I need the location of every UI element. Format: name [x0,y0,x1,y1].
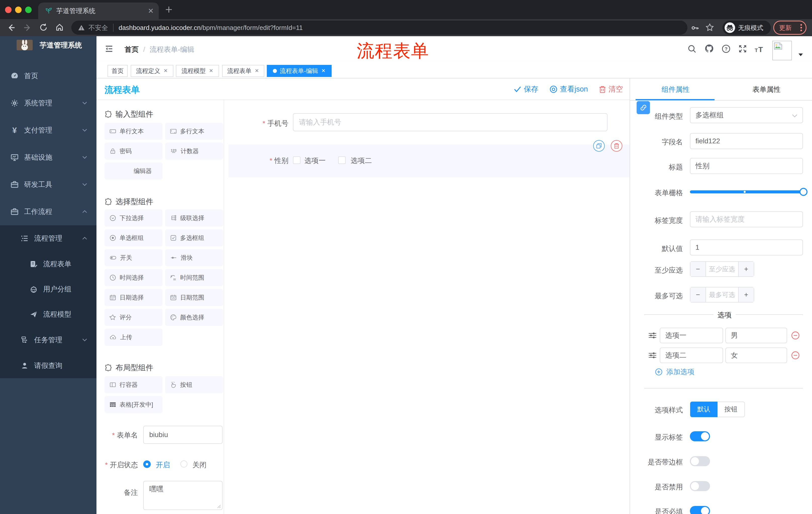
max-stepper[interactable]: − 最多可选 + [690,287,754,302]
status-off-label[interactable]: 关闭 [193,460,206,470]
widget-delete-button[interactable] [611,140,622,152]
new-tab-icon[interactable] [165,6,172,13]
selected-widget[interactable] [229,144,630,177]
label-width-input[interactable]: 请输入标签宽度 [690,211,803,227]
option1-remove-icon[interactable] [791,331,800,340]
tab-component-props[interactable]: 组件属性 [630,78,721,101]
option2-value-input[interactable]: 女 [725,348,787,363]
form-canvas[interactable]: 手机号 请输入手机号 性别 选项一 选项二 [224,100,630,514]
update-button[interactable]: 更新 [773,21,807,35]
option2-label-input[interactable]: 选项二 [660,348,723,363]
component-item-button[interactable]: 按钮 [165,376,223,393]
security-label[interactable]: 不安全 [88,23,108,32]
tag-home[interactable]: 首页 [108,65,127,77]
component-type-select[interactable]: 多选框组 [690,107,803,123]
gender-option2-checkbox[interactable] [338,156,346,164]
resize-handle-icon[interactable] [217,505,221,509]
view-json-button[interactable]: 查看json [549,84,588,94]
tag-process-def[interactable]: 流程定义✕ [130,65,173,77]
profile-caret-icon[interactable] [799,53,803,56]
clear-button[interactable]: 清空 [599,84,623,94]
sidebar-item-infra[interactable]: 基础设施 [0,144,96,171]
fontsize-icon[interactable]: TT [755,45,763,54]
component-item-multi-text[interactable]: 多行文本 [165,123,223,140]
save-button[interactable]: 保存 [514,84,539,94]
browser-menu-icon[interactable] [800,24,802,32]
show-label-toggle[interactable] [690,431,710,441]
component-item-checkbox-group[interactable]: 多选框组 [165,229,223,246]
component-item-time-range[interactable]: 时间范围 [165,269,223,286]
phone-input[interactable]: 请输入手机号 [293,113,608,131]
back-icon[interactable] [6,23,16,32]
fullscreen-icon[interactable] [738,44,747,53]
component-item-cascader[interactable]: 级联选择 [165,210,223,226]
sidebar-item-payment[interactable]: ¥ 支付管理 [0,117,96,144]
disabled-toggle[interactable] [690,481,710,491]
option2-drag-icon[interactable] [648,351,657,359]
sidebar-item-home[interactable]: 首页 [0,62,96,89]
traffic-zoom-button[interactable] [25,6,32,13]
component-item-time-picker[interactable]: 时间选择 [105,269,163,286]
field-name-input[interactable]: field122 [690,133,803,149]
traffic-close-button[interactable] [5,6,11,13]
component-item-single-text[interactable]: 单行文本 [105,123,163,140]
component-item-password[interactable]: 密码 [105,142,163,160]
grid-slider[interactable] [690,190,808,193]
help-icon[interactable]: ? [722,44,731,53]
avatar[interactable] [772,41,792,60]
home-icon[interactable] [55,23,64,32]
breadcrumb-home[interactable]: 首页 [125,45,139,54]
component-item-color-picker[interactable]: 颜色选择 [165,309,223,326]
option1-drag-icon[interactable] [648,331,657,340]
plus-button[interactable]: + [738,288,754,302]
tag-process-model[interactable]: 流程模型✕ [176,65,219,77]
component-item-date-picker[interactable]: 日期选择 [105,289,163,306]
option1-value-input[interactable]: 男 [725,328,787,343]
option2-remove-icon[interactable] [791,351,800,359]
component-item-rate[interactable]: 评分 [105,309,163,326]
style-button-button[interactable]: 按钮 [718,402,745,417]
min-stepper[interactable]: − 至少应选 + [690,261,754,277]
sidebar-logo[interactable]: 芋道管理系统 [0,36,96,62]
component-item-counter[interactable]: 123 计数器 [165,142,223,160]
component-item-select[interactable]: 下拉选择 [105,210,163,226]
tag-close-icon[interactable]: ✕ [164,68,168,74]
url-bar[interactable]: 不安全 dashboard.yudao.iocoder.cn /bpm/mana… [71,21,687,35]
sidebar-item-user-group[interactable]: 用户分组 [0,277,96,302]
status-off-radio[interactable] [180,460,187,467]
remark-textarea[interactable]: 嘿嘿 [143,481,223,510]
slider-handle[interactable] [800,188,808,196]
sidebar-item-system[interactable]: 系统管理 [0,89,96,117]
tag-close-icon[interactable]: ✕ [321,68,326,74]
gender-option2-label[interactable]: 选项二 [351,156,372,165]
gender-option1-label[interactable]: 选项一 [304,156,326,165]
bookmark-star-icon[interactable] [705,23,714,32]
url-domain[interactable]: dashboard.yudao.iocoder.cn [119,24,201,32]
sidebar-item-process-mgmt[interactable]: 流程管理 [0,225,96,251]
forward-icon[interactable] [23,23,32,32]
component-item-table[interactable]: 表格[开发中] [105,396,163,413]
tag-process-form-edit[interactable]: 流程表单-编辑✕ [267,65,331,77]
hamburger-fold-icon[interactable] [105,45,113,53]
tag-process-form[interactable]: 流程表单✕ [222,65,264,77]
reload-icon[interactable] [39,23,48,32]
component-item-slider[interactable]: 滑块 [165,249,223,266]
traffic-minimize-button[interactable] [15,6,22,13]
component-item-switch[interactable]: 开关 [105,249,163,266]
minus-button[interactable]: − [690,288,705,302]
gender-option1-checkbox[interactable] [293,156,300,164]
component-item-radio-group[interactable]: 单选框组 [105,229,163,246]
sidebar-item-devtools[interactable]: 研发工具 [0,171,96,198]
border-toggle[interactable] [690,456,710,466]
title-input[interactable]: 性别 [690,158,803,174]
plus-button[interactable]: + [738,262,754,276]
sidebar-item-task-mgmt[interactable]: 任务管理 [0,327,96,353]
tab-close-icon[interactable]: ✕ [148,7,154,15]
form-name-input[interactable]: biubiu [143,426,223,444]
url-path[interactable]: /bpm/manager/form/edit?formId=11 [201,24,303,32]
browser-tab[interactable]: 芋道管理系统 ✕ [38,2,159,19]
component-item-date-range[interactable]: 日期范围 [165,289,223,306]
component-item-upload[interactable]: 上传 [105,329,163,346]
default-input[interactable]: 1 [690,239,803,255]
status-on-radio[interactable] [143,460,151,468]
